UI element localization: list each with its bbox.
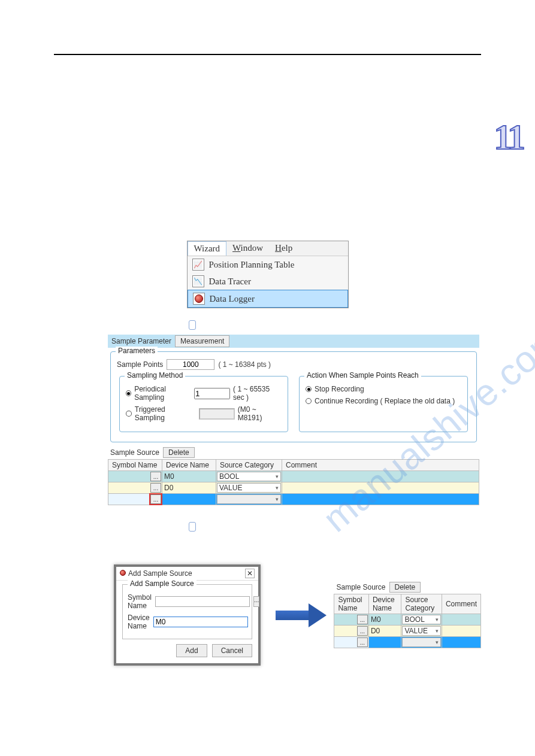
col-source-category: Source Category	[401, 594, 442, 614]
sample-source-label-2: Sample Source	[336, 583, 385, 591]
radio-dot-icon	[126, 411, 132, 417]
stop-label: Stop Recording	[315, 385, 364, 393]
browse-button[interactable]: ...	[357, 637, 368, 647]
wizard-dropdown: 📈 Position Planning Table 📉 Data Tracer …	[188, 256, 348, 308]
add-sample-source-group: Add Sample Source Symbol Name ... Device…	[122, 584, 252, 639]
menu-window[interactable]: Window	[226, 241, 269, 256]
menu-wizard-label: Wizard	[194, 244, 220, 253]
add-sample-source-dialog: Add Sample Source ✕ Add Sample Source Sy…	[114, 564, 261, 666]
browse-button-active[interactable]: ...	[150, 494, 161, 504]
menu-item-data-logger[interactable]: Data Logger	[188, 290, 348, 308]
record-icon	[193, 293, 205, 305]
sample-points-input[interactable]	[167, 359, 214, 370]
chevron-down-icon: ▾	[436, 617, 439, 623]
triggered-sampling-radio[interactable]: Triggered Sampling (M0 ~ M8191)	[126, 405, 282, 422]
device-name-label: Device Name	[128, 614, 150, 630]
table-row[interactable]: ... M0 BOOL▾	[334, 614, 481, 626]
category-combo[interactable]: VALUE▾	[402, 626, 441, 636]
periodical-sampling-radio[interactable]: Periodical Sampling ( 1 ~ 65535 sec )	[126, 385, 282, 402]
header-rule	[54, 54, 481, 55]
menu-item-position-planning[interactable]: 📈 Position Planning Table	[188, 256, 348, 273]
category-value: BOOL	[404, 615, 424, 624]
periodical-label: Periodical Sampling	[134, 385, 191, 402]
device-cell: D0	[369, 627, 380, 635]
triggered-hint: (M0 ~ M8191)	[238, 405, 282, 422]
table-row[interactable]: ... D0 VALUE▾	[334, 626, 481, 637]
dialog-title-text: Add Sample Source	[128, 569, 192, 578]
browse-button[interactable]: ...	[150, 483, 161, 493]
cancel-button[interactable]: Cancel	[212, 644, 252, 657]
chevron-down-icon: ▾	[436, 628, 439, 634]
chapter-number: 11	[494, 117, 523, 158]
triggered-value-input	[199, 408, 235, 420]
radio-dot-selected-icon	[306, 386, 312, 392]
menu-help[interactable]: Help	[269, 241, 298, 256]
category-combo-empty[interactable]: ▾	[217, 494, 281, 504]
table-row-new[interactable]: ... ▾	[334, 637, 481, 648]
device-name-input[interactable]	[153, 617, 248, 627]
menu-window-rest: indow	[241, 243, 264, 253]
sample-source-result-panel: Sample Source Delete Symbol Name Device …	[334, 582, 481, 648]
browse-button[interactable]: ...	[357, 626, 368, 636]
record-icon	[120, 570, 126, 576]
chevron-down-icon: ▾	[276, 473, 279, 479]
category-value: BOOL	[219, 472, 239, 481]
sample-parameter-panel: Sample Parameter Measurement Parameters …	[108, 335, 479, 505]
menu-item-tracer-label: Data Tracer	[209, 277, 251, 287]
dialog-group-title: Add Sample Source	[128, 579, 197, 588]
radio-dot-icon	[306, 398, 312, 404]
col-symbol-name: Symbol Name	[108, 460, 162, 471]
category-value: VALUE	[219, 484, 242, 492]
category-combo[interactable]: BOOL▾	[217, 472, 281, 481]
symbol-name-label: Symbol Name	[128, 593, 152, 610]
chevron-down-icon: ▾	[436, 639, 439, 645]
chart-line-icon: 📈	[192, 259, 204, 271]
action-group: Action When Sample Points Reach Stop Rec…	[299, 376, 468, 432]
device-cell: M0	[162, 472, 174, 481]
tab-strip: Sample Parameter Measurement	[108, 335, 479, 348]
browse-button[interactable]: ...	[150, 472, 161, 481]
signal-icon: 📉	[192, 275, 204, 287]
menu-item-data-tracer[interactable]: 📉 Data Tracer	[188, 273, 348, 290]
tab-sample-parameter[interactable]: Sample Parameter	[108, 337, 175, 345]
table-row[interactable]: ... D0 VALUE▾	[108, 482, 479, 494]
sample-source-table-2: Symbol Name Device Name Source Category …	[334, 594, 481, 648]
sample-source-label: Sample Source	[110, 448, 159, 457]
category-value: VALUE	[404, 627, 427, 635]
delete-button[interactable]: Delete	[163, 447, 195, 458]
action-group-title: Action When Sample Points Reach	[304, 371, 421, 379]
browse-button[interactable]: ...	[357, 615, 368, 624]
symbol-browse-button[interactable]: ...	[253, 596, 259, 607]
menu-item-ppt-label: Position Planning Table	[209, 260, 295, 270]
tab-measurement[interactable]: Measurement	[175, 335, 229, 347]
close-button[interactable]: ✕	[245, 569, 255, 578]
menu-bar: Wizard Window Help	[188, 241, 348, 256]
table-row-new[interactable]: ... ▾	[108, 494, 479, 505]
symbol-name-input[interactable]	[155, 596, 250, 607]
col-source-category: Source Category	[216, 460, 282, 471]
continue-label: Continue Recording ( Replace the old dat…	[315, 397, 455, 405]
table-row[interactable]: ... M0 BOOL▾	[108, 471, 479, 482]
category-combo-empty[interactable]: ▾	[402, 637, 441, 647]
radio-dot-selected-icon	[126, 390, 131, 396]
chevron-down-icon: ▾	[276, 485, 279, 491]
parameters-group-title: Parameters	[116, 347, 158, 355]
category-combo[interactable]: VALUE▾	[217, 483, 281, 493]
delete-button-2[interactable]: Delete	[389, 582, 421, 593]
menu-wizard[interactable]: Wizard	[188, 241, 227, 256]
col-symbol-name: Symbol Name	[334, 594, 368, 614]
col-comment: Comment	[442, 594, 480, 614]
arrow-right-icon	[276, 603, 319, 627]
stop-recording-radio[interactable]: Stop Recording	[306, 385, 461, 393]
device-cell: D0	[162, 484, 173, 492]
periodical-value-input[interactable]	[194, 388, 230, 399]
sampling-method-title: Sampling Method	[125, 371, 185, 379]
continue-recording-radio[interactable]: Continue Recording ( Replace the old dat…	[306, 397, 461, 405]
sample-points-hint: ( 1 ~ 16384 pts )	[218, 360, 271, 369]
periodical-hint: ( 1 ~ 65535 sec )	[233, 385, 282, 402]
category-combo[interactable]: BOOL▾	[402, 615, 441, 624]
menu-help-rest: elp	[282, 243, 292, 253]
sampling-method-group: Sampling Method Periodical Sampling ( 1 …	[119, 376, 288, 432]
col-device-name: Device Name	[368, 594, 401, 614]
add-button[interactable]: Add	[176, 644, 207, 657]
